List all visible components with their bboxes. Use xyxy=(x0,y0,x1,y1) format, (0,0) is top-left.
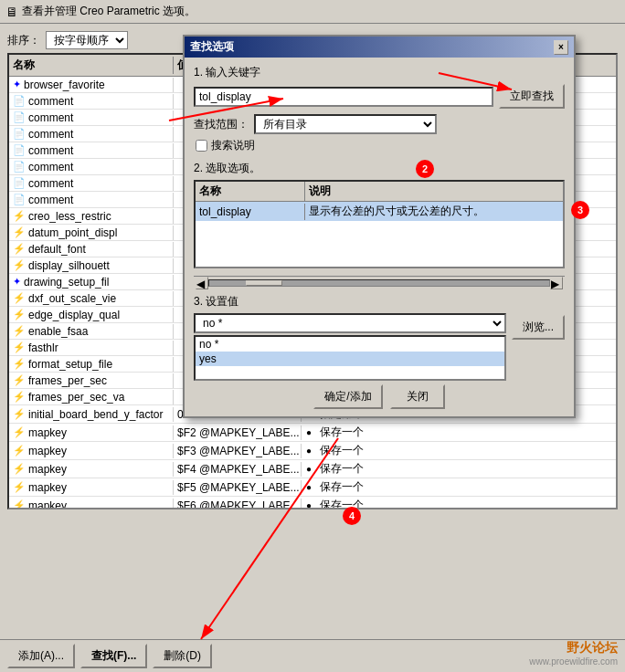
value-item-no[interactable]: no * xyxy=(196,337,504,352)
modal-titlebar: 查找选项 × xyxy=(185,37,574,58)
section3-label: 3. 设置值 xyxy=(194,294,565,310)
search-desc-checkbox[interactable] xyxy=(196,140,207,152)
modal-body: 1. 输入关键字 立即查找 查找范围： 所有目录 搜索说明 xyxy=(185,58,574,416)
value-column: no * no * yes xyxy=(194,313,506,381)
value-item-yes[interactable]: yes xyxy=(196,352,504,366)
search-desc-row: 搜索说明 xyxy=(194,138,565,153)
hscroll-left-btn[interactable]: ◀ xyxy=(196,277,208,289)
modal-close-btn2[interactable]: 关闭 xyxy=(390,384,445,409)
find-options-dialog: 查找选项 × 1. 输入关键字 立即查找 查找范围： 所有目录 xyxy=(183,35,576,418)
value-listbox[interactable]: no * yes xyxy=(194,335,506,381)
hscroll-thumb[interactable] xyxy=(246,280,282,286)
section2-label: 2. 选取选项。 xyxy=(194,161,565,176)
keyword-input[interactable] xyxy=(194,87,493,107)
modal-close-button[interactable]: × xyxy=(554,40,568,55)
res-col-desc-header: 说明 xyxy=(305,182,563,201)
results-empty-area xyxy=(196,221,563,267)
search-row: 立即查找 xyxy=(194,84,565,109)
main-window: 🖥 查看并管理 Creo Parametric 选项。 排序： 按字母顺序 名称… xyxy=(0,0,625,672)
res-col-name-header: 名称 xyxy=(196,182,305,201)
scope-label: 查找范围： xyxy=(194,117,249,132)
results-header: 名称 说明 xyxy=(196,182,563,202)
hscroll-track[interactable] xyxy=(208,279,550,287)
result-row[interactable]: tol_display 显示有公差的尺寸或无公差的尺寸。 xyxy=(196,202,563,221)
modal-ok-row: 确定/添加 关闭 xyxy=(194,381,565,409)
value-area: no * no * yes 浏览... xyxy=(194,313,565,381)
browse-button[interactable]: 浏览... xyxy=(512,315,565,340)
scope-row: 查找范围： 所有目录 xyxy=(194,114,565,134)
results-hscrollbar[interactable]: ◀ ▶ xyxy=(194,276,565,289)
result-desc: 显示有公差的尺寸或无公差的尺寸。 xyxy=(305,202,563,221)
value-dropdown[interactable]: no * xyxy=(194,313,506,333)
search-now-button[interactable]: 立即查找 xyxy=(499,84,565,109)
search-desc-label: 搜索说明 xyxy=(211,138,255,153)
modal-title: 查找选项 xyxy=(190,39,234,55)
hscroll-right-btn[interactable]: ▶ xyxy=(550,277,563,289)
ok-add-button[interactable]: 确定/添加 xyxy=(313,384,382,409)
results-table: 名称 说明 tol_display 显示有公差的尺寸或无公差的尺寸。 xyxy=(194,180,565,268)
section1-label: 1. 输入关键字 xyxy=(194,65,565,80)
scope-select[interactable]: 所有目录 xyxy=(254,114,437,134)
result-name: tol_display xyxy=(196,204,305,220)
modal-overlay: 查找选项 × 1. 输入关键字 立即查找 查找范围： 所有目录 xyxy=(0,0,625,672)
